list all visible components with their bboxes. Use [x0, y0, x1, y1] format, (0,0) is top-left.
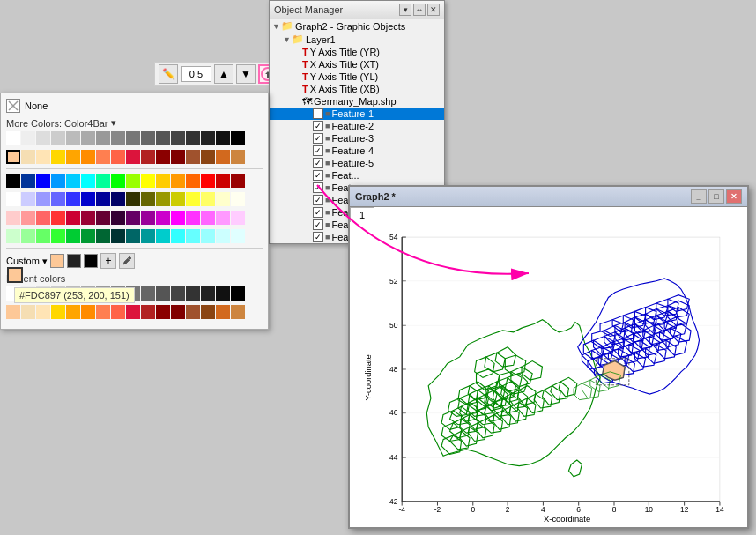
color-cell[interactable] [141, 131, 155, 145]
color-cell[interactable] [96, 174, 110, 188]
checkbox[interactable]: ✓ [313, 133, 323, 144]
color-cell[interactable] [216, 286, 230, 301]
color-cell[interactable] [216, 131, 230, 145]
checkbox[interactable]: ✓ [313, 158, 323, 168]
tree-item-3[interactable]: TX Axis Title (XT) [270, 58, 444, 71]
color-cell[interactable] [51, 192, 65, 206]
color-cell[interactable] [156, 192, 170, 206]
color-cell[interactable] [156, 131, 170, 145]
expand-icon[interactable]: ▼ [272, 22, 281, 31]
color-cell[interactable] [66, 192, 80, 206]
color-cell[interactable] [66, 305, 80, 319]
checkbox[interactable]: ✓ [313, 182, 323, 193]
toolbar-arrow-down[interactable]: ▼ [236, 64, 256, 84]
toolbar-arrow-up[interactable]: ▲ [214, 64, 233, 84]
color-cell[interactable] [186, 305, 200, 319]
checkbox[interactable]: ✓ [313, 108, 323, 119]
checkbox[interactable]: ✓ [313, 121, 323, 131]
color-cell[interactable] [21, 131, 35, 145]
color-cell[interactable] [141, 305, 155, 319]
color-cell[interactable] [216, 305, 230, 319]
checkbox[interactable]: ✓ [313, 219, 323, 230]
color-cell[interactable] [21, 192, 35, 206]
color-cell[interactable] [111, 174, 125, 188]
color-cell[interactable] [231, 131, 245, 145]
color-cell[interactable] [201, 211, 215, 225]
color-cell[interactable] [186, 229, 200, 243]
color-cell[interactable] [126, 174, 140, 188]
color-cell[interactable] [111, 305, 125, 319]
checkbox[interactable]: ✓ [313, 145, 323, 156]
color-cell[interactable] [126, 211, 140, 225]
color-cell[interactable] [6, 305, 20, 319]
tree-item-6[interactable]: 🗺Germany_Map.shp [270, 95, 444, 108]
checkbox[interactable]: ✓ [313, 195, 323, 205]
checkbox[interactable]: ✓ [313, 232, 323, 242]
graph2-restore-button[interactable]: □ [708, 189, 724, 204]
color-cell[interactable] [186, 174, 200, 188]
color-cell[interactable] [231, 286, 245, 301]
color-cell[interactable] [201, 131, 215, 145]
color-cell[interactable] [231, 305, 245, 319]
color-cell[interactable] [81, 305, 95, 319]
tree-item-7[interactable]: ✓■Feature-1 [270, 108, 444, 120]
color-cell[interactable] [186, 211, 200, 225]
close-button[interactable]: ✕ [427, 4, 440, 16]
color-cell[interactable] [6, 150, 20, 164]
color-cell[interactable] [51, 150, 65, 164]
color-cell[interactable] [111, 192, 125, 206]
color-cell[interactable] [171, 305, 185, 319]
color-cell[interactable] [156, 211, 170, 225]
color-cell[interactable] [66, 131, 80, 145]
color-cell[interactable] [186, 192, 200, 206]
color-cell[interactable] [126, 131, 140, 145]
color-cell[interactable] [216, 192, 230, 206]
color-cell[interactable] [6, 131, 20, 145]
color-cell[interactable] [6, 174, 20, 188]
none-color-box[interactable] [6, 99, 20, 113]
color-cell[interactable] [186, 286, 200, 301]
color-cell[interactable] [171, 174, 185, 188]
color-cell[interactable] [81, 174, 95, 188]
color-cell[interactable] [171, 229, 185, 243]
tree-item-9[interactable]: ✓■Feature-3 [270, 132, 444, 145]
color-cell[interactable] [21, 305, 35, 319]
color-cell[interactable] [201, 305, 215, 319]
tree-item-2[interactable]: TY Axis Title (YR) [270, 46, 444, 58]
color-cell[interactable] [6, 229, 20, 243]
color-cell[interactable] [96, 192, 110, 206]
pin-button[interactable]: ▾ [399, 4, 411, 16]
color-cell[interactable] [231, 211, 245, 225]
color-cell[interactable] [66, 174, 80, 188]
color-cell[interactable] [66, 150, 80, 164]
color-cell[interactable] [111, 211, 125, 225]
color-cell[interactable] [141, 150, 155, 164]
color-cell[interactable] [111, 131, 125, 145]
custom-color-1[interactable] [50, 254, 64, 268]
color-cell[interactable] [36, 305, 50, 319]
color-cell[interactable] [216, 229, 230, 243]
color-cell[interactable] [216, 174, 230, 188]
tree-item-0[interactable]: ▼📁Graph2 - Graphic Objects [270, 19, 444, 33]
color-cell[interactable] [231, 150, 245, 164]
color-cell[interactable] [201, 174, 215, 188]
color-cell[interactable] [111, 229, 125, 243]
color-cell[interactable] [126, 229, 140, 243]
color-cell[interactable] [201, 286, 215, 301]
color-cell[interactable] [21, 229, 35, 243]
color-cell[interactable] [156, 286, 170, 301]
color-cell[interactable] [111, 150, 125, 164]
eyedropper-button[interactable] [119, 253, 135, 269]
toolbar-icon-1[interactable]: ✏️ [159, 64, 178, 84]
color-cell[interactable] [66, 229, 80, 243]
tree-item-8[interactable]: ✓■Feature-2 [270, 120, 444, 132]
tree-item-4[interactable]: TY Axis Title (YL) [270, 71, 444, 83]
color-cell[interactable] [66, 211, 80, 225]
color-cell[interactable] [231, 174, 245, 188]
checkbox[interactable]: ✓ [313, 207, 323, 218]
tree-item-10[interactable]: ✓■Feature-4 [270, 145, 444, 157]
graph2-minimize-button[interactable]: _ [691, 189, 707, 204]
color-cell[interactable] [96, 150, 110, 164]
tree-item-1[interactable]: ▼📁Layer1 [270, 33, 444, 46]
color-cell[interactable] [216, 150, 230, 164]
